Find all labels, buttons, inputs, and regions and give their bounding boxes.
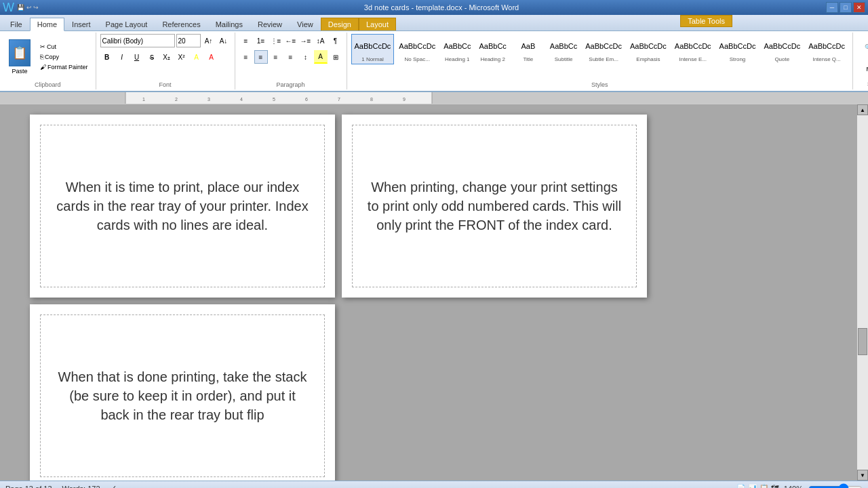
quick-access-icons: 💾 ↩ ↪ (17, 4, 39, 11)
scroll-up-arrow[interactable]: ▲ (857, 104, 868, 115)
cut-button[interactable]: ✂ Cut (37, 42, 92, 52)
svg-text:8: 8 (370, 97, 373, 102)
copy-button[interactable]: ⎘ Copy (37, 52, 92, 62)
title-bar: W 💾 ↩ ↪ 3d note cards - template.docx - … (0, 0, 868, 15)
find-button[interactable]: 🔍 Find ▾ (857, 34, 868, 61)
justify-button[interactable]: ≡ (284, 50, 298, 64)
zoom-level: 140% (784, 485, 803, 489)
scroll-down-arrow[interactable]: ▼ (857, 470, 868, 481)
style-btn-9[interactable]: AaBbCcDcStrong (716, 34, 760, 64)
svg-rect-1 (0, 92, 125, 104)
window-title: 3d note cards - template.docx - Microsof… (57, 3, 826, 12)
numbering-button[interactable]: 1≡ (254, 34, 268, 47)
bullets-button[interactable]: ≡ (239, 34, 253, 47)
style-btn-5[interactable]: AaBbCcSubtitle (547, 34, 580, 64)
card-2-text: When printing, change your print setting… (366, 178, 623, 235)
svg-text:6: 6 (305, 97, 308, 102)
scroll-thumb[interactable] (858, 328, 867, 355)
tab-layout[interactable]: Layout (359, 18, 396, 30)
tab-page-layout[interactable]: Page Layout (98, 18, 155, 30)
zoom-slider[interactable] (808, 483, 863, 489)
tab-references[interactable]: References (155, 18, 208, 30)
font-group: A↑ A↓ B I U S̶ X₂ X² A A Font (96, 33, 235, 89)
show-hide-button[interactable]: ¶ (329, 34, 342, 47)
multilevel-list-button[interactable]: ⋮≡ (269, 34, 283, 47)
copy-icon: ⎘ (40, 54, 43, 60)
increase-indent-button[interactable]: →≡ (299, 34, 313, 47)
maximize-button[interactable]: □ (840, 2, 852, 13)
page-2: When printing, change your print setting… (342, 115, 647, 298)
decrease-indent-button[interactable]: ←≡ (284, 34, 298, 47)
style-btn-6[interactable]: AaBbCcDcSubtle Em... (582, 34, 625, 64)
tab-home[interactable]: Home (30, 18, 64, 31)
subscript-button[interactable]: X₂ (160, 50, 174, 64)
tab-file[interactable]: File (3, 18, 30, 30)
select-button[interactable]: Select▾ (857, 77, 868, 91)
bold-button[interactable]: B (100, 50, 114, 64)
tab-design[interactable]: Design (321, 18, 359, 30)
style-btn-10[interactable]: AaBbCcDcQuote (760, 34, 804, 64)
paragraph-group: ≡ 1≡ ⋮≡ ←≡ →≡ ↕A ¶ ≡ ≡ ≡ ≡ ↕ A ⊞ Paragra… (235, 33, 347, 89)
vertical-scrollbar[interactable]: ▲ ▼ (857, 104, 868, 481)
style-btn-8[interactable]: AaBbCcDcIntense E... (671, 34, 715, 64)
svg-rect-2 (432, 92, 868, 104)
index-card-3: When that is done printing, take the sta… (40, 314, 325, 477)
ruler: 1 2 3 4 5 6 7 8 9 (0, 92, 868, 104)
paintbrush-icon: 🖌 (40, 64, 46, 70)
highlight-button[interactable]: A (190, 50, 203, 64)
status-bar: Page 13 of 13 Words: 172 ✓ 📄 📊 📋 🗺 140% (0, 481, 868, 488)
align-left-button[interactable]: ≡ (239, 50, 253, 64)
paste-button[interactable]: 📋 Paste (4, 37, 35, 77)
minimize-button[interactable]: ─ (826, 2, 838, 13)
borders-button[interactable]: ⊞ (329, 50, 342, 64)
tab-view[interactable]: View (290, 18, 321, 30)
shrink-font-button[interactable]: A↓ (217, 34, 231, 47)
font-label: Font (100, 80, 231, 88)
strikethrough-button[interactable]: S̶ (145, 50, 159, 64)
superscript-button[interactable]: X² (175, 50, 189, 64)
page-row-2: When that is done printing, take the sta… (30, 304, 848, 481)
svg-text:7: 7 (338, 97, 340, 102)
tab-insert[interactable]: Insert (64, 18, 98, 30)
font-color-button[interactable]: A (205, 50, 218, 64)
style-btn-0[interactable]: AaBbCcDc1 Normal (351, 34, 395, 64)
sort-button[interactable]: ↕A (314, 34, 328, 47)
svg-text:3: 3 (208, 97, 210, 102)
style-btn-11[interactable]: AaBbCcDcIntense Q... (805, 34, 848, 64)
clipboard-group: 📋 Paste ✂ Cut ⎘ Copy 🖌 Format Painter Cl… (0, 33, 96, 89)
index-card-1: When it is time to print, place our inde… (40, 125, 325, 287)
word-logo-icon: W (3, 1, 14, 15)
scroll-track[interactable] (857, 115, 868, 470)
underline-button[interactable]: U (130, 50, 144, 64)
replace-button[interactable]: Replace (857, 62, 868, 76)
styles-label: Styles (351, 80, 848, 88)
spell-check-icon[interactable]: ✓ (111, 484, 117, 488)
tab-mailings[interactable]: Mailings (208, 18, 250, 30)
font-name-input[interactable] (100, 34, 175, 47)
align-right-button[interactable]: ≡ (269, 50, 283, 64)
clipboard-label: Clipboard (4, 80, 92, 88)
table-tools-label: Table Tools (680, 15, 732, 27)
style-btn-1[interactable]: AaBbCcDcNo Spac... (395, 34, 439, 64)
font-size-input[interactable] (176, 34, 201, 47)
paste-label: Paste (12, 68, 27, 75)
style-btn-3[interactable]: AaBbCcHeading 2 (475, 34, 509, 64)
grow-font-button[interactable]: A↑ (202, 34, 216, 47)
italic-button[interactable]: I (115, 50, 129, 64)
close-button[interactable]: ✕ (853, 2, 865, 13)
style-btn-4[interactable]: AaBTitle (511, 34, 545, 64)
format-painter-button[interactable]: 🖌 Format Painter (37, 62, 92, 72)
page-3: When that is done printing, take the sta… (30, 304, 335, 481)
shading-button[interactable]: A (314, 50, 328, 64)
page-row-1: When it is time to print, place our inde… (30, 115, 848, 298)
style-btn-2[interactable]: AaBbCcHeading 1 (440, 34, 474, 64)
tab-review[interactable]: Review (250, 18, 290, 30)
word-count: Words: 172 (62, 485, 100, 489)
svg-text:4: 4 (240, 97, 243, 102)
style-btn-7[interactable]: AaBbCcDcEmphasis (627, 34, 670, 64)
page-1: When it is time to print, place our inde… (30, 115, 335, 298)
line-spacing-button[interactable]: ↕ (299, 50, 313, 64)
align-center-button[interactable]: ≡ (254, 50, 268, 64)
card-1-text: When it is time to print, place our inde… (54, 178, 311, 235)
page-indicator: Page 13 of 13 (5, 485, 52, 489)
